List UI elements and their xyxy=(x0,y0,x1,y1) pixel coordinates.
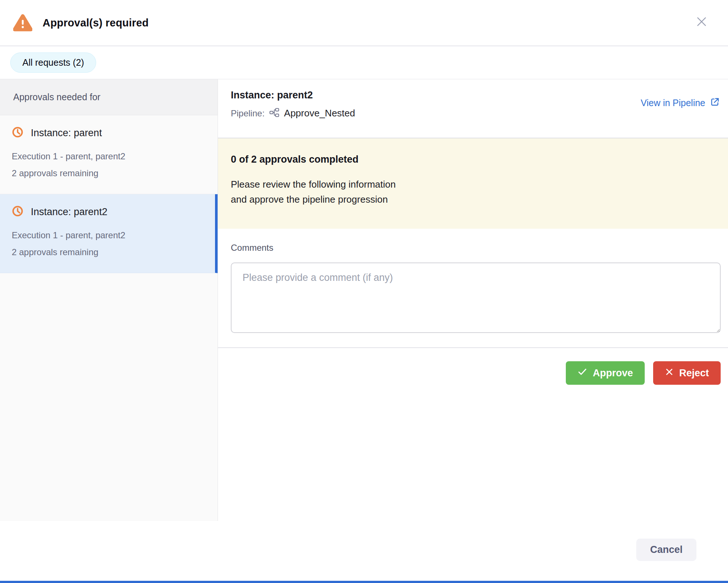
approval-item-parent2[interactable]: Instance: parent2 Execution 1 - parent, … xyxy=(0,194,218,273)
approval-item-title: Instance: parent2 xyxy=(31,206,108,218)
cancel-button[interactable]: Cancel xyxy=(636,539,696,561)
comments-label: Comments xyxy=(231,243,721,253)
action-buttons-row: Approve Reject xyxy=(218,347,728,385)
approve-button-label: Approve xyxy=(593,367,633,379)
modal-bottom-accent-bar xyxy=(0,581,728,583)
pending-clock-icon xyxy=(12,126,23,140)
approvals-sidebar: Approvals needed for Instance: parent Ex… xyxy=(0,79,218,521)
approval-item-parent[interactable]: Instance: parent Execution 1 - parent, p… xyxy=(0,115,218,194)
approve-button[interactable]: Approve xyxy=(566,361,645,385)
view-in-pipeline-label: View in Pipeline xyxy=(641,98,705,108)
tab-all-requests[interactable]: All requests (2) xyxy=(10,52,96,73)
warning-triangle-icon xyxy=(13,13,32,32)
pipeline-name: Approve_Nested xyxy=(284,108,355,119)
external-link-icon xyxy=(710,97,720,109)
sidebar-section-title: Approvals needed for xyxy=(0,79,218,115)
comment-input[interactable] xyxy=(231,262,721,333)
sidebar-filler xyxy=(0,273,218,521)
pipeline-icon xyxy=(269,108,279,119)
approval-modal: Approval(s) required All requests (2) Ap… xyxy=(0,0,728,583)
approvals-completed-text: 0 of 2 approvals completed xyxy=(231,154,716,165)
modal-footer: Cancel xyxy=(0,521,728,583)
detail-header: Instance: parent2 Pipeline: Approve_Nest… xyxy=(218,79,728,138)
pending-clock-icon xyxy=(12,205,23,218)
approval-item-remaining: 2 approvals remaining xyxy=(12,165,206,181)
tab-row: All requests (2) xyxy=(0,46,728,79)
reject-button-label: Reject xyxy=(679,367,709,379)
modal-body: Approvals needed for Instance: parent Ex… xyxy=(0,79,728,521)
x-icon xyxy=(665,367,674,379)
modal-title: Approval(s) required xyxy=(43,17,149,29)
close-button[interactable] xyxy=(694,14,710,30)
view-in-pipeline-link[interactable]: View in Pipeline xyxy=(641,97,720,109)
approval-item-execution: Execution 1 - parent, parent2 xyxy=(12,227,203,243)
modal-header: Approval(s) required xyxy=(0,0,728,46)
check-icon xyxy=(578,367,587,379)
close-icon xyxy=(695,15,708,29)
approval-item-title: Instance: parent xyxy=(31,127,102,139)
approval-item-remaining: 2 approvals remaining xyxy=(12,244,203,260)
comments-section: Comments xyxy=(218,229,728,347)
approval-message-line1: Please review the following information xyxy=(231,177,716,192)
approval-message-line2: and approve the pipeline progression xyxy=(231,192,716,207)
approval-status-banner: 0 of 2 approvals completed Please review… xyxy=(218,138,728,229)
pipeline-label: Pipeline: xyxy=(231,108,265,119)
approval-detail-pane: Instance: parent2 Pipeline: Approve_Nest… xyxy=(218,79,728,521)
reject-button[interactable]: Reject xyxy=(653,361,721,385)
approval-item-execution: Execution 1 - parent, parent2 xyxy=(12,148,206,164)
